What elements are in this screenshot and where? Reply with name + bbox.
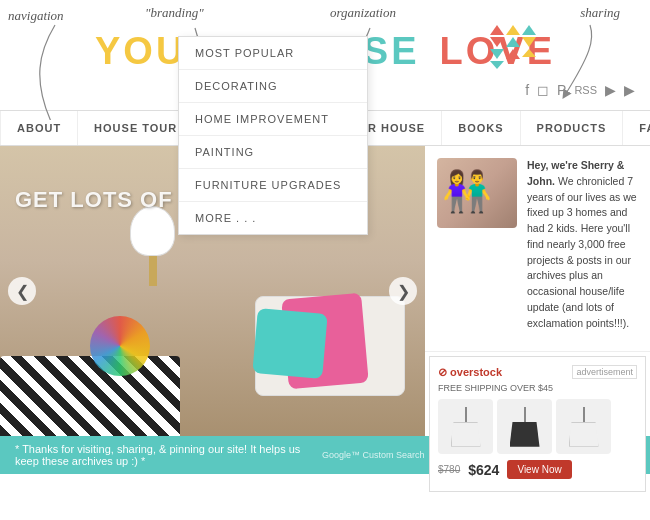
nav-item-about[interactable]: ABOUT [0, 111, 78, 145]
ad-subtitle: FREE SHIPPING OVER $45 [438, 383, 637, 393]
dropdown-item-most-popular[interactable]: MOST POPULAR [179, 37, 367, 70]
logo-space2 [420, 30, 440, 73]
ad-products [438, 399, 637, 454]
pendant-cord-2 [524, 407, 526, 422]
dropdown-item-painting[interactable]: PAINTING [179, 136, 367, 169]
pillow-cyan [252, 308, 327, 379]
bottom-text: * Thanks for visiting, sharing, & pinnin… [15, 443, 322, 467]
about-text: Hey, we're Sherry & John. We chronicled … [527, 158, 638, 331]
ad-price-old: $780 [438, 464, 460, 475]
facebook-icon[interactable]: f [525, 82, 529, 98]
dropdown-item-home-improvement[interactable]: HOME IMPROVEMENT [179, 103, 367, 136]
ad-product-1 [438, 399, 493, 454]
pendant-shade-1 [451, 422, 481, 447]
dropdown-item-more[interactable]: MORE . . . [179, 202, 367, 234]
profile-photo [437, 158, 517, 228]
nav-item-products[interactable]: PRODUCTS [521, 111, 624, 145]
rainbow-toy [90, 316, 150, 376]
ottoman [0, 356, 180, 436]
pendant-lamp-1 [451, 407, 481, 447]
pillow-area [225, 276, 405, 396]
instagram-icon[interactable]: ◻ [537, 82, 549, 98]
ad-logo: ⊘ overstock [438, 366, 502, 379]
ad-header: ⊘ overstock advertisement [438, 365, 637, 379]
rss-icon[interactable]: RSS [574, 84, 597, 96]
logo-triangles [490, 25, 550, 69]
ad-product-2 [497, 399, 552, 454]
carousel-arrow-left[interactable]: ❮ [8, 277, 36, 305]
about-profile: Hey, we're Sherry & John. We chronicled … [437, 158, 638, 331]
ad-price-section: $780 $624 View Now [438, 460, 637, 479]
google-label: Google™ Custom Search [322, 450, 425, 460]
pendant-cord-3 [583, 407, 585, 422]
ad-section: ⊘ overstock advertisement FREE SHIPPING … [429, 356, 646, 492]
pendant-shade-2 [510, 422, 540, 447]
pendant-lamp-2 [510, 407, 540, 447]
nav-item-house-tour[interactable]: HOUSE TOUR [78, 111, 194, 145]
youtube-icon[interactable]: ▶ [605, 82, 616, 98]
lamp-base [149, 256, 157, 286]
nav-item-fav-finds[interactable]: FAV FINDS [623, 111, 650, 145]
ad-product-3 [556, 399, 611, 454]
twitter-icon[interactable]: ▶ [624, 82, 635, 98]
social-icons: f ◻ P RSS ▶ ▶ [525, 82, 635, 98]
lamp [130, 206, 175, 286]
pendant-lamp-3 [569, 407, 599, 447]
dropdown-item-furniture[interactable]: FURNITURE UPGRADES [179, 169, 367, 202]
carousel-arrow-right[interactable]: ❯ [389, 277, 417, 305]
projects-dropdown: MOST POPULAR DECORATING HOME IMPROVEMENT… [178, 36, 368, 235]
pendant-shade-3 [569, 422, 599, 447]
ad-view-now-button[interactable]: View Now [507, 460, 571, 479]
pinterest-icon[interactable]: P [557, 82, 566, 98]
nav-item-books[interactable]: BOOKS [442, 111, 520, 145]
ad-price-new: $624 [468, 462, 499, 478]
dropdown-item-decorating[interactable]: DECORATING [179, 70, 367, 103]
right-sidebar: Hey, we're Sherry & John. We chronicled … [425, 146, 650, 436]
ad-tag: advertisement [572, 365, 637, 379]
about-section: Hey, we're Sherry & John. We chronicled … [425, 146, 650, 352]
about-body: We chronicled 7 years of our lives as we… [527, 175, 637, 329]
pendant-cord-1 [465, 407, 467, 422]
